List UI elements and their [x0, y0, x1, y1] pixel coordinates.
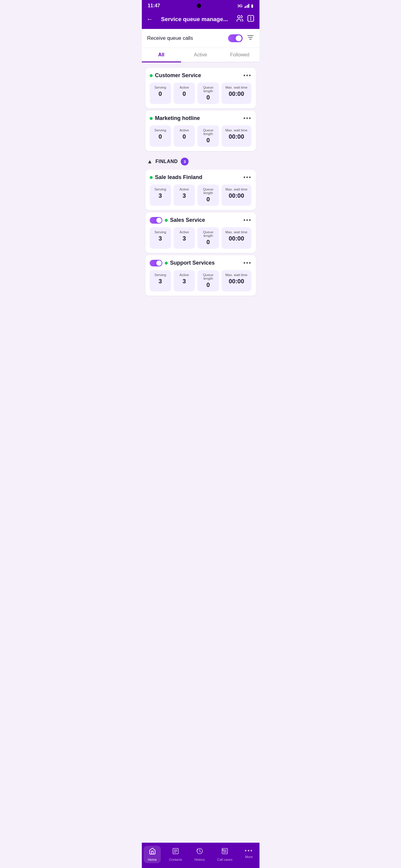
max-wait-label: Max. wait time	[224, 86, 249, 89]
signal-icon	[245, 4, 250, 8]
stat-queue-length: Queue length 0	[197, 270, 219, 291]
queue-name: Marketing hotline	[155, 115, 200, 121]
header: ← Service queue manage...	[142, 11, 259, 29]
header-icons	[236, 14, 255, 24]
status-icons: 3G ▮	[237, 4, 254, 8]
more-icon: •••	[245, 847, 253, 854]
more-button[interactable]: •••	[243, 72, 251, 79]
queue-name: Sale leads Finland	[155, 174, 202, 181]
nav-history[interactable]: History	[190, 846, 209, 863]
section-name: FINLAND	[155, 159, 178, 164]
stat-active: Active 3	[173, 184, 195, 206]
more-button[interactable]: •••	[243, 174, 251, 181]
stat-serving: Serving 3	[150, 270, 171, 291]
status-green-dot	[150, 74, 153, 77]
queue-title-row: Customer Service	[150, 72, 201, 79]
stat-queue-length: Queue length 0	[197, 184, 219, 206]
stat-max-wait-time: Max. wait time 00:00	[222, 270, 252, 291]
stat-active: Active 0	[173, 83, 195, 104]
stat-queue-length: Queue length 0	[197, 227, 219, 249]
queue-header: Customer Service •••	[150, 72, 252, 79]
queue-title-row: Sales Service	[150, 217, 205, 224]
queue-card-marketing-hotline: Marketing hotline ••• Serving 0 Active 0…	[145, 111, 256, 151]
stat-serving: Serving 3	[150, 227, 171, 249]
nav-home[interactable]: Home	[144, 846, 161, 863]
history-icon	[196, 847, 203, 857]
status-green-dot	[165, 219, 168, 222]
back-button[interactable]: ←	[147, 16, 153, 23]
call-cases-label: Call cases	[217, 858, 233, 861]
stats-grid: Serving 0 Active 0 Queue length 0 Max. w…	[150, 125, 252, 147]
queue-name: Sales Service	[170, 217, 205, 223]
queue-length-value: 0	[200, 94, 216, 101]
status-green-dot	[150, 117, 153, 120]
queue-card-support-services: Support Services ••• Serving 3 Active 3 …	[145, 255, 256, 296]
nav-contacts[interactable]: Contacts	[165, 846, 186, 863]
serving-label: Serving	[152, 86, 169, 89]
queue-title-row: Marketing hotline	[150, 115, 200, 121]
tab-active[interactable]: Active	[181, 48, 220, 62]
receive-queue-calls-label: Receive queue calls	[147, 35, 193, 41]
receive-calls-toggle[interactable]	[228, 34, 242, 42]
content-area: Customer Service ••• Serving 0 Active 0 …	[142, 62, 259, 328]
queue-name: Support Services	[170, 260, 215, 266]
max-wait-value: 00:00	[224, 90, 249, 97]
queue-header: Support Services •••	[150, 259, 252, 267]
svg-point-0	[237, 16, 240, 18]
battery-icon: ▮	[251, 4, 253, 8]
queue-header: Sale leads Finland •••	[150, 174, 252, 181]
active-value: 0	[176, 90, 193, 97]
queue-title-row: Support Services	[150, 260, 215, 267]
queue-header: Sales Service •••	[150, 217, 252, 224]
more-button[interactable]: •••	[243, 217, 251, 224]
contacts-label: Contacts	[169, 858, 182, 861]
status-green-dot	[165, 261, 168, 265]
collapse-button[interactable]: ▲	[147, 158, 153, 165]
contacts-icon	[172, 847, 179, 857]
home-label: Home	[148, 858, 156, 861]
network-label: 3G	[237, 4, 242, 8]
toggle-right	[228, 34, 254, 43]
status-green-dot	[150, 176, 153, 179]
stat-max-wait-time: Max. wait time 00:00	[222, 83, 252, 104]
tab-all[interactable]: All	[142, 48, 181, 62]
queue-name: Customer Service	[155, 72, 201, 79]
info-icon-button[interactable]	[247, 14, 255, 24]
more-label: More	[245, 855, 253, 859]
stat-serving: Serving 0	[150, 83, 171, 104]
section-badge: 3	[181, 158, 189, 165]
queue-active-toggle[interactable]	[150, 217, 162, 224]
queue-length-label: Queue length	[200, 86, 216, 93]
active-label: Active	[176, 86, 193, 89]
stats-grid: Serving 3 Active 3 Queue length 0 Max. w…	[150, 184, 252, 206]
serving-value: 0	[152, 90, 169, 97]
status-bar: 11:47 3G ▮	[142, 0, 259, 11]
stat-active: Active 3	[173, 227, 195, 249]
stats-grid: Serving 3 Active 3 Queue length 0 Max. w…	[150, 270, 252, 291]
queue-title-row: Sale leads Finland	[150, 174, 202, 181]
queue-header: Marketing hotline •••	[150, 115, 252, 122]
camera-dot	[197, 4, 201, 8]
users-icon-button[interactable]	[236, 14, 244, 24]
stat-active: Active 0	[173, 125, 195, 147]
section-header-finland: ▲ FINLAND 3	[142, 153, 259, 167]
history-label: History	[194, 858, 205, 861]
home-icon	[149, 847, 156, 857]
nav-more[interactable]: ••• More	[240, 846, 257, 863]
stat-max-wait-time: Max. wait time 00:00	[222, 184, 252, 206]
queue-card-sale-leads-finland: Sale leads Finland ••• Serving 3 Active …	[145, 170, 256, 210]
tabs: All Active Followed	[142, 48, 259, 62]
queue-card-customer-service: Customer Service ••• Serving 0 Active 0 …	[145, 68, 256, 108]
stat-max-wait-time: Max. wait time 00:00	[222, 125, 252, 147]
queue-active-toggle[interactable]	[150, 260, 162, 267]
tab-followed[interactable]: Followed	[220, 48, 259, 62]
stat-queue-length: Queue length 0	[197, 125, 219, 147]
filter-icon[interactable]	[247, 34, 254, 43]
nav-call-cases[interactable]: Call cases	[213, 846, 237, 863]
more-button[interactable]: •••	[243, 259, 251, 267]
page-title: Service queue manage...	[157, 16, 232, 23]
stat-serving: Serving 0	[150, 125, 171, 147]
more-button[interactable]: •••	[243, 115, 251, 122]
stat-queue-length: Queue length 0	[197, 83, 219, 104]
call-cases-icon	[221, 847, 228, 857]
